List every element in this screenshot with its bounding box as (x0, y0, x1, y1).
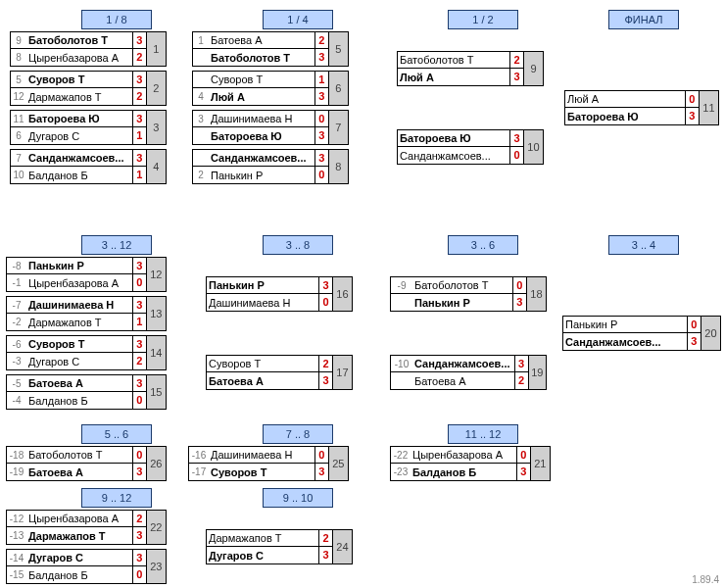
match-id: 16 (332, 277, 352, 311)
match: -8Панькин Р3-1Цыренбазарова А012 (6, 257, 167, 292)
match-row: -6Суворов Т3 (7, 336, 146, 353)
player-score: 1 (132, 127, 146, 144)
match: 1Батоева А2Батоболотов Т35 (192, 31, 349, 67)
player-name: Цыренбазарова А (26, 277, 132, 289)
player-name: Санданжамсоев... (26, 152, 132, 164)
seed: -3 (7, 356, 26, 367)
player-name: Батоболотов Т (26, 34, 132, 46)
player-name: Санданжамсоев... (563, 336, 687, 348)
player-name: Батоева А (207, 375, 318, 387)
seed: -16 (189, 450, 209, 461)
match: Санданжамсоев...32Панькин Р08 (192, 149, 349, 184)
match: -16Дашинимаева Н0-17Суворов Т325 (188, 446, 349, 481)
match: -9Батоболотов Т0Панькин Р318 (390, 276, 547, 312)
player-score: 3 (314, 150, 328, 166)
match-row: Дармажапов Т2 (207, 530, 332, 547)
player-score: 0 (132, 274, 146, 291)
player-score: 3 (318, 277, 332, 293)
player-name: Цыренбазарова А (26, 513, 132, 524)
match-id: 13 (146, 297, 166, 330)
match-row: -10Санданжамсоев...3 (391, 356, 528, 372)
match-id: 9 (523, 52, 543, 85)
player-score: 3 (514, 356, 528, 371)
seed: -14 (7, 553, 26, 564)
player-score: 2 (314, 32, 328, 48)
seed: 1 (193, 35, 209, 46)
player-score: 0 (516, 447, 530, 463)
player-name: Санданжамсоев... (209, 152, 314, 164)
player-score: 2 (132, 511, 146, 526)
player-name: Суворов Т (207, 358, 318, 369)
stage-label: 3 .. 8 (263, 235, 333, 255)
match-row: -9Батоболотов Т0 (391, 277, 526, 294)
match-row: Батоева А3 (207, 372, 332, 389)
match: -10Санданжамсоев...3Батоева А219 (390, 355, 547, 390)
player-name: Дугаров С (207, 550, 318, 562)
match-row: -14Дугаров С3 (7, 550, 146, 566)
player-score: 3 (516, 464, 530, 480)
match-row: -18Батоболотов Т0 (7, 447, 146, 464)
match-row: 9Батоболотов Т3 (11, 32, 146, 49)
match-id: 20 (701, 317, 720, 350)
player-score: 0 (318, 294, 332, 311)
seed: -9 (391, 280, 412, 291)
player-score: 3 (132, 527, 146, 544)
seed: -2 (7, 317, 26, 327)
player-name: Дугаров С (26, 356, 132, 368)
stage-label: 9 .. 10 (263, 488, 333, 508)
player-name: Суворов Т (209, 74, 314, 85)
match-id: 6 (328, 72, 348, 105)
player-name: Панькин Р (207, 279, 318, 291)
match-id: 1 (146, 32, 166, 66)
player-name: Цыренбазарова А (411, 449, 516, 461)
match-id: 4 (146, 150, 166, 183)
player-score: 0 (132, 566, 146, 583)
player-score: 2 (132, 353, 146, 369)
player-score: 3 (132, 32, 146, 48)
match: Люй А0Батороева Ю311 (564, 90, 719, 125)
player-score: 3 (132, 111, 146, 126)
match-row: 10Балданов Б1 (11, 167, 146, 183)
match-id: 18 (526, 277, 546, 311)
player-name: Дармажапов Т (26, 317, 132, 328)
seed: -10 (391, 359, 412, 369)
match-row: -22Цыренбазарова А0 (391, 447, 530, 464)
player-score: 3 (687, 333, 701, 350)
match-id: 25 (328, 447, 348, 480)
player-score: 3 (509, 130, 523, 146)
match: 11Батороева Ю36Дугаров С13 (10, 110, 167, 145)
match-id: 5 (328, 32, 348, 66)
match-row: Люй А3 (398, 69, 523, 85)
player-score: 2 (318, 530, 332, 546)
match-row: Батороева Ю3 (565, 108, 699, 124)
player-name: Санданжамсоев... (412, 358, 514, 369)
match-id: 17 (332, 356, 352, 389)
version-label: 1.89.4 (692, 574, 719, 585)
match: 9Батоболотов Т38Цыренбазарова А21 (10, 31, 167, 67)
player-name: Люй А (565, 93, 685, 105)
player-score: 2 (318, 356, 332, 371)
player-name: Дугаров С (26, 130, 132, 142)
match-row: -7Дашинимаева Н3 (7, 297, 146, 314)
player-name: Дармажапов Т (207, 532, 318, 544)
match-id: 14 (146, 336, 166, 369)
seed: 10 (11, 170, 26, 180)
match-row: Дугаров С3 (207, 547, 332, 564)
player-name: Люй А (209, 91, 314, 103)
seed: -1 (7, 277, 26, 288)
match-row: -2Дармажапов Т1 (7, 314, 146, 330)
match-row: -13Дармажапов Т3 (7, 527, 146, 544)
stage-label: 11 .. 12 (448, 424, 518, 444)
match-id: 12 (146, 258, 166, 291)
match-row: -17Суворов Т3 (189, 464, 328, 480)
match-row: -5Батоева А3 (7, 375, 146, 392)
player-score: 3 (318, 372, 332, 389)
player-score: 3 (132, 297, 146, 313)
player-score: 3 (132, 72, 146, 87)
match-row: 5Суворов Т3 (11, 72, 146, 88)
match: 3Дашинимаева Н0Батороева Ю37 (192, 110, 349, 145)
match-id: 24 (332, 530, 352, 564)
player-name: Батоболотов Т (26, 449, 132, 461)
player-name: Батоева А (26, 377, 132, 389)
player-name: Батороева Ю (209, 130, 314, 142)
